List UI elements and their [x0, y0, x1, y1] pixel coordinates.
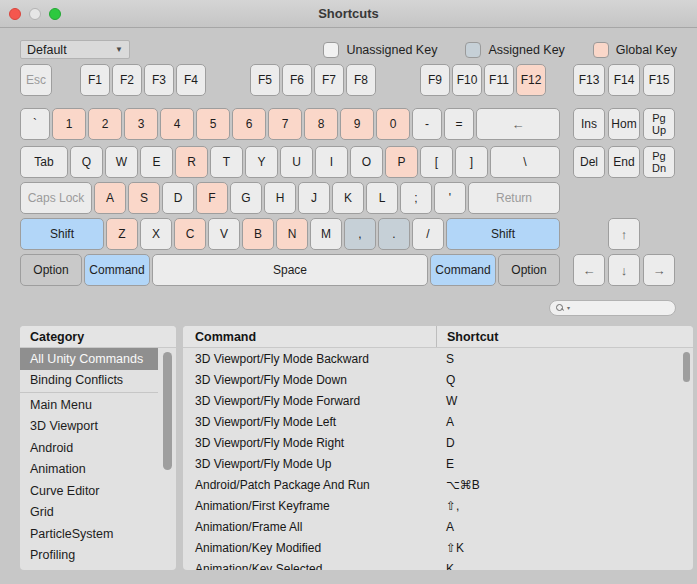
- key-shift-left[interactable]: Shift: [20, 218, 104, 250]
- key-caps-lock[interactable]: Caps Lock: [20, 182, 92, 214]
- key-hom[interactable]: Hom: [608, 108, 640, 140]
- search-input[interactable]: [572, 302, 669, 314]
- key-command-left[interactable]: Command: [84, 254, 150, 286]
- key-f4[interactable]: F4: [176, 64, 206, 96]
- key-f14[interactable]: F14: [608, 64, 640, 96]
- key-option-left[interactable]: Option: [20, 254, 82, 286]
- key-e[interactable]: E: [140, 146, 173, 178]
- key-minus[interactable]: -: [412, 108, 442, 140]
- category-item-main-menu[interactable]: Main Menu: [20, 394, 158, 416]
- command-row[interactable]: 3D Viewport/Fly Mode DownQ: [183, 369, 693, 390]
- category-item-grid[interactable]: Grid: [20, 502, 158, 524]
- key-o[interactable]: O: [350, 146, 383, 178]
- key-page-down[interactable]: Pg Dn: [643, 146, 675, 178]
- key-v[interactable]: V: [208, 218, 240, 250]
- command-row[interactable]: 3D Viewport/Fly Mode LeftA: [183, 411, 693, 432]
- category-item-profiling[interactable]: Profiling: [20, 545, 158, 567]
- key-option-right[interactable]: Option: [498, 254, 560, 286]
- key-slash[interactable]: /: [412, 218, 444, 250]
- key-g[interactable]: G: [230, 182, 262, 214]
- key-backspace[interactable]: ←: [476, 108, 560, 140]
- command-row[interactable]: Animation/First Keyframe⇧,: [183, 495, 693, 516]
- category-item-binding-conflicts[interactable]: Binding Conflicts: [20, 370, 158, 392]
- command-row[interactable]: 3D Viewport/Fly Mode BackwardS: [183, 348, 693, 369]
- key-7[interactable]: 7: [268, 108, 302, 140]
- key-f9[interactable]: F9: [420, 64, 450, 96]
- key-f12[interactable]: F12: [516, 64, 546, 96]
- key-page-up[interactable]: Pg Up: [643, 108, 675, 140]
- category-scrollbar[interactable]: [163, 352, 172, 470]
- key-quote[interactable]: ': [434, 182, 466, 214]
- key-4[interactable]: 4: [160, 108, 194, 140]
- key-9[interactable]: 9: [340, 108, 374, 140]
- key-esc[interactable]: Esc: [20, 64, 52, 96]
- key-2[interactable]: 2: [88, 108, 122, 140]
- command-row[interactable]: Android/Patch Package And Run⌥⌘B: [183, 474, 693, 495]
- key-return[interactable]: Return: [468, 182, 560, 214]
- key-f6[interactable]: F6: [282, 64, 312, 96]
- key-1[interactable]: 1: [52, 108, 86, 140]
- command-row[interactable]: Animation/Frame AllA: [183, 516, 693, 537]
- command-row[interactable]: 3D Viewport/Fly Mode RightD: [183, 432, 693, 453]
- key-r[interactable]: R: [175, 146, 208, 178]
- command-row[interactable]: 3D Viewport/Fly Mode ForwardW: [183, 390, 693, 411]
- key-period[interactable]: .: [378, 218, 410, 250]
- category-item-particlesystem[interactable]: ParticleSystem: [20, 523, 158, 545]
- category-item-animation[interactable]: Animation: [20, 459, 158, 481]
- key-f2[interactable]: F2: [112, 64, 142, 96]
- key-q[interactable]: Q: [70, 146, 103, 178]
- key-t[interactable]: T: [210, 146, 243, 178]
- category-item-3d-viewport[interactable]: 3D Viewport: [20, 416, 158, 438]
- key-semicolon[interactable]: ;: [400, 182, 432, 214]
- key-bracket-left[interactable]: [: [420, 146, 453, 178]
- key-s[interactable]: S: [128, 182, 160, 214]
- key-comma[interactable]: ,: [344, 218, 376, 250]
- key-del[interactable]: Del: [573, 146, 605, 178]
- key-0[interactable]: 0: [376, 108, 410, 140]
- key-3[interactable]: 3: [124, 108, 158, 140]
- key-f1[interactable]: F1: [80, 64, 110, 96]
- key-w[interactable]: W: [105, 146, 138, 178]
- key-f8[interactable]: F8: [346, 64, 376, 96]
- command-row[interactable]: Animation/Key SelectedK: [183, 558, 693, 570]
- key-5[interactable]: 5: [196, 108, 230, 140]
- key-b[interactable]: B: [242, 218, 274, 250]
- key-p[interactable]: P: [385, 146, 418, 178]
- key-u[interactable]: U: [280, 146, 313, 178]
- key-c[interactable]: C: [174, 218, 206, 250]
- category-item-scene-picking[interactable]: Scene Picking: [20, 566, 158, 570]
- key-space[interactable]: Space: [152, 254, 428, 286]
- category-item-android[interactable]: Android: [20, 437, 158, 459]
- key-y[interactable]: Y: [245, 146, 278, 178]
- key-f11[interactable]: F11: [484, 64, 514, 96]
- key-k[interactable]: K: [332, 182, 364, 214]
- key-arrow-up[interactable]: ↑: [608, 218, 640, 250]
- key-arrow-left[interactable]: ←: [573, 254, 605, 286]
- category-item-all-unity-commands[interactable]: All Unity Commands: [20, 348, 158, 370]
- search-box[interactable]: ▾: [549, 300, 676, 316]
- key-arrow-right[interactable]: →: [643, 254, 675, 286]
- key-n[interactable]: N: [276, 218, 308, 250]
- key-command-right[interactable]: Command: [430, 254, 496, 286]
- command-scrollbar[interactable]: [683, 352, 690, 382]
- key-f10[interactable]: F10: [452, 64, 482, 96]
- key-d[interactable]: D: [162, 182, 194, 214]
- key-f3[interactable]: F3: [144, 64, 174, 96]
- command-row[interactable]: Animation/Key Modified⇧K: [183, 537, 693, 558]
- key-f13[interactable]: F13: [573, 64, 605, 96]
- key-end[interactable]: End: [608, 146, 640, 178]
- key-ins[interactable]: Ins: [573, 108, 605, 140]
- key-backtick[interactable]: `: [20, 108, 50, 140]
- command-row[interactable]: 3D Viewport/Fly Mode UpE: [183, 453, 693, 474]
- key-f7[interactable]: F7: [314, 64, 344, 96]
- key-arrow-down[interactable]: ↓: [608, 254, 640, 286]
- key-a[interactable]: A: [94, 182, 126, 214]
- key-j[interactable]: J: [298, 182, 330, 214]
- key-bracket-right[interactable]: ]: [455, 146, 488, 178]
- key-l[interactable]: L: [366, 182, 398, 214]
- key-6[interactable]: 6: [232, 108, 266, 140]
- key-shift-right[interactable]: Shift: [446, 218, 560, 250]
- key-z[interactable]: Z: [106, 218, 138, 250]
- key-i[interactable]: I: [315, 146, 348, 178]
- key-f15[interactable]: F15: [643, 64, 675, 96]
